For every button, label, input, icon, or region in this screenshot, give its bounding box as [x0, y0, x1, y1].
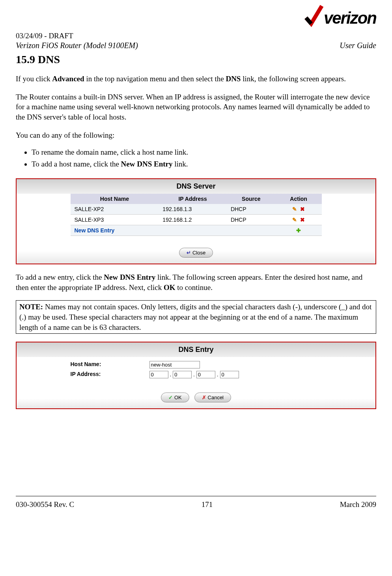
note-label: NOTE:	[19, 303, 43, 311]
dns-entry-screenshot: DNS Entry Host Name: IP Address: . . . O…	[16, 342, 376, 409]
ip-octet-3[interactable]	[196, 371, 215, 378]
footer-rev: 030-300554 Rev. C	[16, 500, 74, 509]
ip-octet-1[interactable]	[149, 371, 168, 378]
new-dns-entry-link[interactable]: New DNS Entry	[71, 225, 159, 236]
col-host: Host Name	[71, 194, 159, 204]
col-ip: IP Address	[159, 194, 227, 204]
note-box: NOTE: Names may not contain spaces. Only…	[16, 300, 376, 334]
intro-paragraph-3: You can do any of the following:	[16, 130, 376, 140]
intro-paragraph-2: The Router contains a built-in DNS serve…	[16, 92, 376, 122]
host-name-input[interactable]	[149, 361, 200, 368]
ip-address-label: IP Address:	[71, 371, 149, 378]
action-cell	[276, 204, 322, 215]
dns-entry-form: Host Name: IP Address: . . .	[71, 361, 322, 378]
source-cell: DHCP	[227, 204, 276, 215]
header-row: Verizon FiOS Router (Model 9100EM) User …	[16, 41, 376, 50]
ip-inputs: . . .	[149, 371, 239, 378]
button-row: Close	[17, 236, 375, 264]
footer-page: 171	[202, 500, 213, 509]
guide-label: User Guide	[340, 41, 376, 50]
edit-icon[interactable]	[292, 217, 299, 223]
footer-date: March 2009	[340, 500, 376, 509]
table-row: SALLE-XP3 192.168.1.2 DHCP	[71, 215, 322, 225]
host-name-row: Host Name:	[71, 361, 322, 368]
product-name: Verizon FiOS Router (Model 9100EM)	[16, 41, 138, 50]
action-list: To rename the domain name, click a host …	[16, 148, 376, 168]
paragraph-4: To add a new entry, click the New DNS En…	[16, 272, 376, 292]
ip-octet-4[interactable]	[220, 371, 239, 378]
cancel-button[interactable]: Cancel	[194, 393, 231, 402]
logo-container: verizon	[16, 4, 376, 28]
button-row: OK Cancel	[17, 381, 375, 408]
host-link[interactable]: SALLE-XP3	[71, 215, 159, 225]
table-row: SALLE-XP2 192.168.1.3 DHCP	[71, 204, 322, 215]
page-footer: 030-300554 Rev. C 171 March 2009	[16, 496, 376, 509]
action-cell	[276, 215, 322, 225]
intro-paragraph-1: If you click Advanced in the top navigat…	[16, 74, 376, 84]
dns-server-screenshot: DNS Server Host Name IP Address Source A…	[16, 178, 376, 264]
draft-date: 03/24/09 - DRAFT	[16, 32, 376, 40]
list-item: To rename the domain name, click a host …	[32, 148, 376, 157]
col-action: Action	[276, 194, 322, 204]
screenshot-title: DNS Entry	[17, 342, 375, 357]
section-title: 15.9 DNS	[16, 53, 376, 66]
dns-table: Host Name IP Address Source Action SALLE…	[71, 194, 322, 236]
note-text: Names may not contain spaces. Only lette…	[19, 303, 371, 331]
ok-button[interactable]: OK	[161, 393, 189, 402]
verizon-logo: verizon	[304, 4, 376, 28]
action-cell	[276, 225, 322, 236]
close-button[interactable]: Close	[179, 248, 213, 258]
edit-icon[interactable]	[292, 206, 299, 212]
ip-cell: 192.168.1.3	[159, 204, 227, 215]
new-entry-row: New DNS Entry	[71, 225, 322, 236]
add-icon[interactable]	[296, 227, 301, 234]
logo-text: verizon	[324, 9, 376, 28]
source-cell: DHCP	[227, 215, 276, 225]
ip-octet-2[interactable]	[173, 371, 192, 378]
verizon-check-icon	[304, 4, 324, 28]
delete-icon[interactable]	[300, 206, 305, 212]
list-item: To add a host name, click the New DNS En…	[32, 160, 376, 168]
col-source: Source	[227, 194, 276, 204]
ip-cell: 192.168.1.2	[159, 215, 227, 225]
host-name-label: Host Name:	[71, 361, 149, 368]
host-link[interactable]: SALLE-XP2	[71, 204, 159, 215]
delete-icon[interactable]	[300, 217, 305, 223]
ip-address-row: IP Address: . . .	[71, 371, 322, 378]
screenshot-title: DNS Server	[17, 179, 375, 194]
